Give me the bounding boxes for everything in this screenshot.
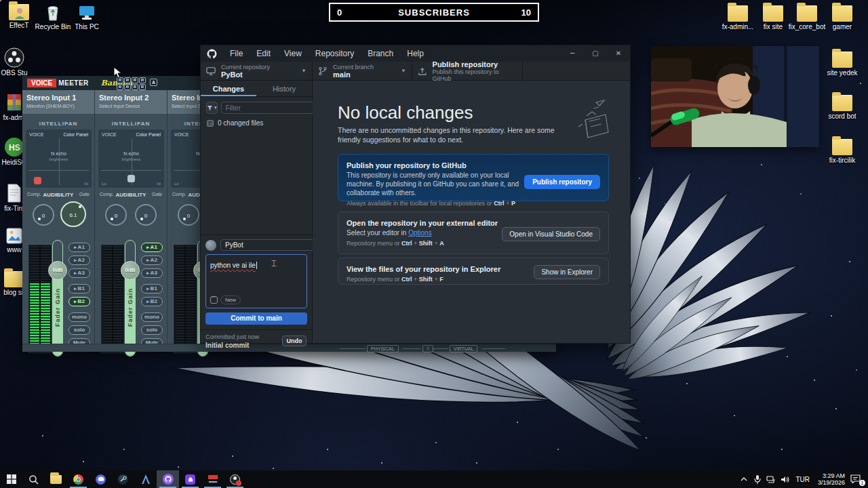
macro-r-button[interactable]: R: [124, 84, 131, 90]
taskbar-steam[interactable]: [112, 470, 134, 488]
bus-a2-button[interactable]: A2: [68, 256, 90, 265]
intellipan-panel[interactable]: VOICE Color Panel fx echo brightness Lo …: [98, 129, 164, 188]
macro-r-button[interactable]: R: [132, 84, 138, 90]
menu-view[interactable]: View: [277, 45, 309, 62]
fader-knob[interactable]: 0dB: [121, 261, 140, 280]
publish-repository-toolbar-button[interactable]: Publish repository Publish this reposito…: [412, 62, 523, 80]
mono-button[interactable]: mono: [141, 312, 163, 322]
filter-input[interactable]: [221, 102, 320, 114]
desktop-icon-effect[interactable]: EffecT: [0, 4, 38, 29]
open-in-vscode-button[interactable]: Open in Visual Studio Code: [502, 227, 600, 241]
menu-file[interactable]: File: [223, 45, 250, 62]
macro-button-grid: R R R R R R R R: [117, 77, 145, 90]
show-in-explorer-button[interactable]: Show in Explorer: [534, 265, 600, 279]
desktop-icon-obs[interactable]: OBS Stu: [0, 47, 33, 77]
desktop-icon-this-pc[interactable]: This PC: [68, 4, 106, 30]
start-button[interactable]: [0, 470, 22, 488]
action-center-button[interactable]: 1: [850, 474, 864, 485]
bus-b2-button[interactable]: B2: [141, 297, 163, 306]
taskbar-file-explorer[interactable]: [45, 470, 67, 488]
filter-funnel-button[interactable]: ▾: [206, 102, 218, 114]
microphone-icon[interactable]: [752, 474, 763, 485]
desktop-icon-site-yedek[interactable]: site yedek: [823, 52, 861, 77]
close-button[interactable]: [607, 45, 630, 62]
desktop-icon-scord-bot[interactable]: scord bot: [823, 95, 861, 120]
solo-button[interactable]: solo: [141, 325, 163, 335]
tray-expand-chevron-icon[interactable]: [738, 474, 749, 485]
current-branch-selector[interactable]: Current branch main ▼: [313, 62, 412, 80]
language-indicator[interactable]: TUR: [793, 476, 812, 483]
bus-b1-button[interactable]: B1: [68, 284, 90, 293]
folder-user-icon: [9, 4, 29, 20]
maximize-button[interactable]: [584, 45, 607, 62]
menu-repository[interactable]: Repository: [309, 45, 361, 62]
select-all-checkbox[interactable]: [207, 120, 214, 127]
macro-r-button[interactable]: R: [132, 77, 138, 83]
macro-r-button[interactable]: R: [139, 84, 146, 90]
taskbar-voicemeeter[interactable]: [201, 470, 224, 488]
fader-knob[interactable]: 0dB: [48, 261, 67, 280]
network-icon[interactable]: [766, 474, 776, 485]
taskbar-discord[interactable]: [90, 470, 112, 488]
taskbar-purple-app[interactable]: [179, 470, 201, 488]
gate-knob[interactable]: 0: [135, 204, 157, 226]
pan-handle[interactable]: [127, 175, 135, 182]
publish-repository-button[interactable]: Publish repository: [524, 175, 600, 189]
intellipan-panel[interactable]: VOICE Color Panel fx echo brightness Hi: [26, 129, 92, 188]
github-titlebar[interactable]: File Edit View Repository Branch Help: [201, 45, 630, 62]
macro-r-button[interactable]: R: [139, 77, 146, 83]
gate-knob[interactable]: 6.1: [60, 201, 86, 227]
current-repository-selector[interactable]: Current repository PyBot ▼: [201, 62, 313, 80]
comp-knob[interactable]: 0: [33, 204, 54, 226]
tab-changes[interactable]: Changes: [201, 81, 256, 96]
taskbar-search-button[interactable]: [22, 470, 45, 488]
bus-b1-button[interactable]: B1: [141, 284, 163, 293]
commit-description-input[interactable]: python ve ai ile New: [205, 254, 307, 308]
fader-track[interactable]: Fader Gain: [52, 240, 63, 357]
mono-button[interactable]: mono: [68, 312, 90, 322]
menu-help[interactable]: Help: [400, 45, 431, 62]
bus-a1-button[interactable]: A1: [141, 243, 163, 252]
macro-r-button[interactable]: R: [117, 84, 123, 90]
minimize-button[interactable]: [561, 45, 584, 62]
desktop-icon-gamer[interactable]: gamer: [823, 5, 861, 30]
speaker-icon[interactable]: [779, 474, 790, 485]
commit-summary-input[interactable]: [220, 239, 319, 251]
bus-a1-button[interactable]: A1: [68, 243, 90, 252]
pan-handle[interactable]: [34, 177, 41, 184]
bus-a2-button[interactable]: A2: [141, 256, 163, 265]
fader-track[interactable]: Fader Gain: [125, 240, 136, 357]
strip-device[interactable]: Select Input Device: [99, 104, 140, 108]
taskbar-github-desktop[interactable]: [157, 470, 179, 488]
tab-history[interactable]: History: [256, 81, 312, 96]
physical-bus-label: PHYSICAL: [367, 345, 399, 352]
strip-device[interactable]: Mikrofon (SHEM-BOY): [26, 104, 75, 108]
strip-name[interactable]: Stereo Input 1: [26, 94, 76, 102]
solo-button[interactable]: solo: [68, 325, 90, 335]
macro-r-button[interactable]: R: [124, 77, 131, 83]
menu-branch[interactable]: Branch: [361, 45, 400, 62]
bus-a3-button[interactable]: A3: [68, 268, 90, 278]
strip-device[interactable]: Select Input D: [172, 104, 201, 108]
undo-button[interactable]: Undo: [282, 336, 307, 346]
clock[interactable]: 3:29 AM 3/19/2026: [815, 472, 848, 486]
taskbar-chrome[interactable]: [67, 470, 90, 488]
bus-a3-button[interactable]: A3: [141, 268, 163, 278]
desktop-icon-recycle-bin[interactable]: Recycle Bin: [34, 4, 72, 30]
menu-edit[interactable]: Edit: [250, 45, 277, 62]
desktop-icon-fx-admin[interactable]: fx-admin...: [719, 5, 757, 30]
macro-a-button[interactable]: A: [150, 79, 157, 86]
copilot-icon[interactable]: [210, 296, 218, 304]
comp-knob[interactable]: 0: [178, 204, 199, 226]
desktop-icon-fx-core-bot[interactable]: fix_core_bot: [788, 5, 826, 30]
options-link[interactable]: Options: [408, 229, 431, 237]
taskbar-app-a[interactable]: [134, 470, 157, 488]
changes-sidebar: Changes History ▾ 0 changed files py: [201, 81, 313, 343]
strip-name[interactable]: Stereo Input 2: [99, 94, 149, 102]
commit-to-main-button[interactable]: Commit to main: [205, 312, 307, 325]
desktop-icon-fix-tircilik[interactable]: fix-tircilik: [823, 139, 861, 164]
bus-b2-button[interactable]: B2: [68, 297, 90, 306]
comp-knob[interactable]: 0: [105, 204, 127, 226]
taskbar-obs[interactable]: [224, 470, 246, 488]
desktop-icon-fix-site[interactable]: fix site: [754, 5, 792, 30]
